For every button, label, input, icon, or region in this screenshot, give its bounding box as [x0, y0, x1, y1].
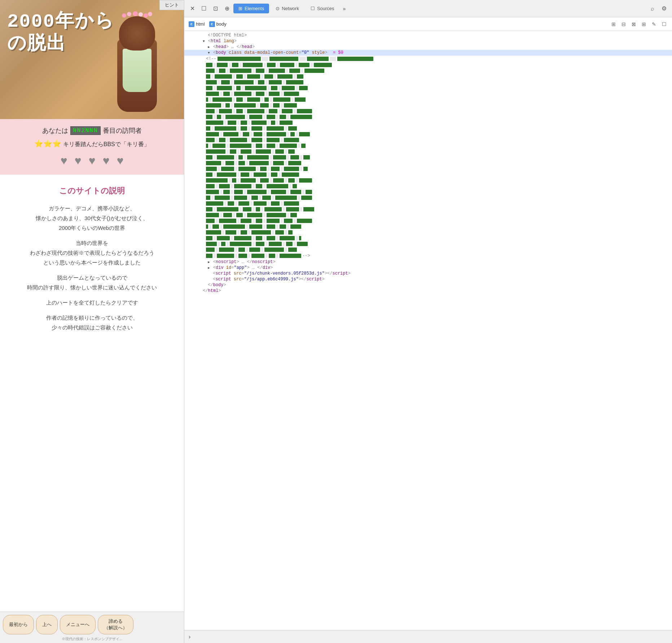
tab-sources[interactable]: ☐ Sources: [306, 4, 339, 13]
dock-button[interactable]: ⊡: [210, 4, 220, 14]
code-comment-row-33: -->: [184, 253, 672, 259]
elements-icon: ⊞: [238, 6, 242, 11]
code-comment-row-24: [184, 201, 672, 206]
device-icon[interactable]: ⊟: [620, 21, 627, 28]
code-div-app[interactable]: ▶ <div id="app"> … </div>: [184, 265, 672, 271]
hero-background: 2000年から の脱出: [0, 0, 184, 119]
code-comment-row-25: [184, 206, 672, 212]
hero-section: 2000年から の脱出: [0, 0, 184, 119]
code-comment-row-22: [184, 189, 672, 195]
tab-network[interactable]: ⊙ Network: [271, 4, 304, 13]
nav-btn-up[interactable]: 上へ: [36, 615, 58, 634]
code-comment-row-21: [184, 183, 672, 189]
sources-icon: ☐: [311, 6, 315, 11]
hint-tab[interactable]: ヒント: [159, 0, 184, 10]
desc-para-4: 上のハートを全て灯したらクリアです: [7, 298, 177, 307]
settings-button[interactable]: ⚙: [659, 4, 669, 14]
code-comment-row-31: [184, 241, 672, 247]
code-html-close: </html>: [184, 288, 672, 294]
section-title: このサイトの説明: [7, 185, 177, 196]
html-tag-icon: E: [189, 21, 194, 27]
code-comment-row-3: [184, 79, 672, 85]
code-comment-row-5: [184, 91, 672, 97]
search-button[interactable]: ⌕: [647, 4, 658, 14]
nav-btn-restart[interactable]: 最初から: [3, 615, 34, 634]
heart-3[interactable]: ♥: [89, 154, 96, 167]
more-tabs-button[interactable]: »: [341, 4, 348, 13]
tab-elements[interactable]: ⊞ Elements: [233, 4, 269, 13]
code-comment-row-0: [184, 62, 672, 68]
code-comment-row-16: [184, 154, 672, 160]
code-comment-row-20: [184, 178, 672, 183]
devtools-panel: ✕ ☐ ⊡ ⊕ ⊞ Elements ⊙ Network ☐ Sources »…: [184, 0, 672, 643]
bottom-note: ※現代の技術：レスポンシブデザイ...: [0, 636, 184, 643]
breadcrumb-body[interactable]: E body: [209, 21, 227, 27]
code-body-close: </body>: [184, 282, 672, 288]
heart-5[interactable]: ♥: [117, 154, 124, 167]
expand-console-button[interactable]: ›: [189, 634, 190, 640]
nav-btn-menu[interactable]: メニューへ: [60, 615, 96, 634]
inspect-icon[interactable]: ⊞: [610, 21, 617, 28]
visitor-count-line: あなたは NN2NNN 番目の訪問者: [5, 126, 179, 135]
code-comment-row-8: [184, 108, 672, 114]
code-comment-row-12: [184, 131, 672, 137]
code-doctype: <!DOCTYPE html>: [184, 32, 672, 38]
collapse-icon[interactable]: ☐: [660, 21, 668, 28]
comment-line-1: <!--: [184, 56, 672, 62]
layout-icon[interactable]: ⊠: [630, 21, 637, 28]
grid-icon[interactable]: ⊞: [640, 21, 647, 28]
visitor-counter: NN2NNN: [70, 126, 101, 135]
code-body-open[interactable]: ▼ <body class data-modal-open-count="0" …: [184, 50, 672, 56]
edit-icon[interactable]: ✎: [650, 21, 658, 28]
code-comment-row-29: [184, 229, 672, 235]
code-comment-row-9: [184, 114, 672, 120]
close-devtools-button[interactable]: ✕: [187, 4, 197, 14]
code-head[interactable]: ▶ <head> … </head>: [184, 44, 672, 50]
code-comment-row-27: [184, 218, 672, 224]
network-icon: ⊙: [276, 6, 280, 11]
code-comment-row-11: [184, 126, 672, 131]
code-comment-row-14: [184, 143, 672, 149]
nav-btn-quit[interactable]: 諦める（解説へ）: [98, 615, 133, 634]
hero-title: 2000年から の脱出: [7, 11, 114, 56]
code-comment-row-17: [184, 160, 672, 166]
description-section: このサイトの説明 ガラケー、デコメ、携帯小説など、 懐かしさのあまり、30代女子…: [0, 175, 184, 612]
code-comment-row-18: [184, 166, 672, 172]
code-comment-row-19: [184, 172, 672, 178]
breadcrumb-actions: ⊞ ⊟ ⊠ ⊞ ✎ ☐: [610, 21, 668, 28]
bottom-nav: 最初から 上へ メニューへ 諦める（解説へ）: [0, 612, 184, 636]
code-comment-row-2: [184, 74, 672, 79]
devtools-bottom-bar: ›: [184, 630, 672, 643]
code-comment-row-1: [184, 68, 672, 74]
hearts-row: ♥ ♥ ♥ ♥ ♥: [5, 154, 179, 167]
body-tag-icon: E: [209, 21, 215, 27]
code-comment-row-32: [184, 247, 672, 253]
code-noscript[interactable]: ▶ <noscript> … </noscript>: [184, 259, 672, 265]
desc-para-3: 脱出ゲームとなっているので 時間の許す限り、懐かしい世界に迷い込んでください: [7, 273, 177, 292]
code-script-1[interactable]: <script src="/js/chunk-vendors.05f2853d.…: [184, 271, 672, 276]
code-comment-row-30: [184, 235, 672, 241]
code-comment-row-4: [184, 85, 672, 91]
code-script-2[interactable]: <script src="/js/app.eb6c4999.js"></scri…: [184, 276, 672, 282]
code-html-open[interactable]: ▼ <html lang>: [184, 38, 672, 44]
visitor-section: あなたは NN2NNN 番目の訪問者 ⭐⭐⭐ キリ番踏んだらBBSで「キリ番」 …: [0, 119, 184, 175]
code-comment-row-26: [184, 212, 672, 218]
devtools-toolbar: ✕ ☐ ⊡ ⊕ ⊞ Elements ⊙ Network ☐ Sources »…: [184, 0, 672, 17]
heart-2[interactable]: ♥: [75, 154, 82, 167]
kiri-line: ⭐⭐⭐ キリ番踏んだらBBSで「キリ番」: [5, 139, 179, 148]
device-toggle-button[interactable]: ⊕: [222, 4, 232, 14]
undock-button[interactable]: ☐: [199, 4, 209, 14]
heart-1[interactable]: ♥: [61, 154, 67, 167]
code-comment-row-10: [184, 120, 672, 126]
desc-para-5: 作者の記憶を頼りに作っているので、 少々の時代錯誤はご容赦ください: [7, 313, 177, 332]
breadcrumb-html[interactable]: E html: [189, 21, 205, 27]
devtools-breadcrumb: E html E body ⊞ ⊟ ⊠ ⊞ ✎ ☐: [184, 17, 672, 31]
heart-4[interactable]: ♥: [103, 154, 110, 167]
code-comment-row-23: [184, 195, 672, 201]
code-comment-row-7: [184, 102, 672, 108]
code-comment-row-15: [184, 149, 672, 154]
code-comment-row-13: [184, 137, 672, 143]
code-comment-row-28: [184, 224, 672, 229]
code-panel[interactable]: <!DOCTYPE html> ▼ <html lang> ▶ <head> ……: [184, 31, 672, 630]
website-panel: ヒント 2000年から: [0, 0, 184, 643]
